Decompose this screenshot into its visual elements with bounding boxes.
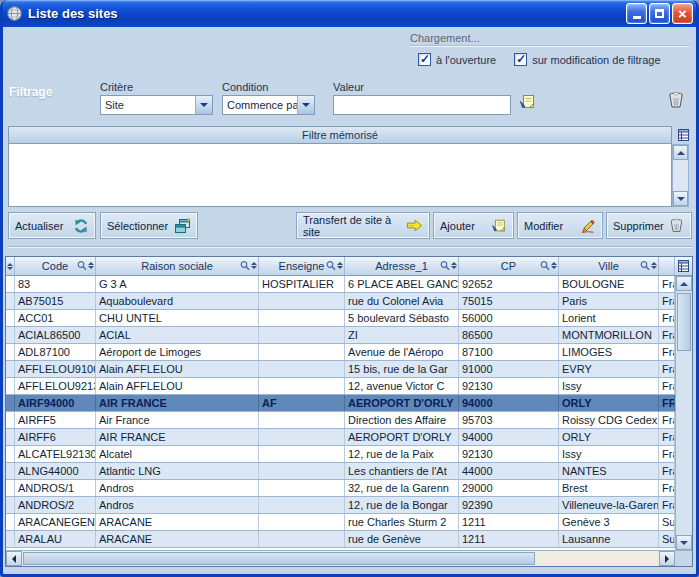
scrollbar-thumb[interactable] — [677, 293, 691, 351]
scroll-left-button[interactable] — [6, 551, 22, 566]
cell-ville: Genève 3 — [559, 514, 659, 530]
header-pays-truncated[interactable] — [659, 257, 675, 275]
scrollbar-thumb[interactable] — [23, 552, 535, 565]
scroll-up-button[interactable] — [673, 145, 688, 160]
cell-raison_sociale: AIR FRANCE — [96, 395, 259, 411]
row-selector-cell — [6, 395, 15, 411]
critere-select[interactable]: Site — [100, 95, 213, 115]
cell-ville: Lausanne — [559, 531, 659, 547]
cell-raison_sociale: ACIAL — [96, 327, 259, 343]
table-row[interactable]: ADL87100Aéroport de LimogesAvenue de l'A… — [6, 344, 675, 361]
row-selector-cell — [6, 429, 15, 445]
search-sort-icons[interactable] — [77, 260, 94, 271]
minimize-button[interactable] — [626, 3, 647, 24]
clear-filter-trash-button[interactable] — [665, 89, 687, 111]
checkbox-box[interactable] — [514, 53, 527, 66]
cell-code: 83 — [15, 276, 96, 292]
table-body: 83G 3 AHOSPITALIER6 PLACE ABEL GANC92652… — [6, 276, 675, 550]
valeur-input[interactable] — [333, 95, 511, 115]
close-button[interactable]: × — [672, 3, 693, 24]
chevron-down-icon — [200, 103, 208, 107]
search-sort-icons[interactable] — [240, 260, 257, 271]
filtre-memorise-header[interactable]: Filtre mémorisé — [8, 126, 672, 144]
condition-dropdown-button[interactable] — [297, 96, 314, 114]
row-selector-cell — [6, 327, 15, 343]
table-row[interactable]: ANDROS/2Andros12, rue de la Bongar92390V… — [6, 497, 675, 514]
header-corner-tool[interactable] — [675, 257, 692, 275]
table-row[interactable]: ARACANEGENARACANErue Charles Sturm 21211… — [6, 514, 675, 531]
titlebar[interactable]: Liste des sites × — [0, 0, 699, 27]
cell-enseigne — [259, 497, 345, 513]
cell-enseigne — [259, 463, 345, 479]
arrow-up-icon — [680, 282, 688, 286]
table-row[interactable]: AIRFF5Air FranceDirection des Affaire957… — [6, 412, 675, 429]
scroll-right-button[interactable] — [659, 551, 675, 566]
scroll-down-button[interactable] — [673, 191, 688, 206]
cell-raison_sociale: G 3 A — [96, 276, 259, 292]
trash-icon — [666, 90, 686, 110]
cell-pays: Suis — [659, 531, 675, 547]
cell-code: AB75015 — [15, 293, 96, 309]
table-row[interactable]: AFFLELOU92130Alain AFFLELOU12, avenue Vi… — [6, 378, 675, 395]
table-row[interactable]: ALCATEL92130Alcatel12, rue de la Paix921… — [6, 446, 675, 463]
table-row[interactable]: AFFLELOU91000Alain AFFLELOU15 bis, rue d… — [6, 361, 675, 378]
search-sort-icons[interactable] — [326, 260, 343, 271]
cell-enseigne — [259, 480, 345, 496]
cell-cp: 75015 — [459, 293, 559, 309]
table-row[interactable]: ANDROS/1Andros32, rue de la Garenn29000B… — [6, 480, 675, 497]
scroll-up-button[interactable] — [676, 276, 692, 291]
cell-pays: Fran — [659, 276, 675, 292]
search-sort-icons[interactable] — [440, 260, 457, 271]
apply-filter-note-button[interactable] — [516, 91, 538, 113]
modifier-button[interactable]: Modifier — [517, 212, 603, 239]
cell-code: ADL87100 — [15, 344, 96, 360]
supprimer-button[interactable]: Supprimer — [606, 212, 692, 239]
ajouter-button[interactable]: Ajouter — [433, 212, 514, 239]
header-label: Adresse_1 — [375, 260, 428, 272]
header-raison-sociale[interactable]: Raison sociale — [96, 257, 259, 275]
actualiser-button[interactable]: Actualiser — [8, 212, 96, 239]
cell-cp: 94000 — [459, 395, 559, 411]
header-code[interactable]: Code — [15, 257, 96, 275]
header-adresse-1[interactable]: Adresse_1 — [345, 257, 459, 275]
header-enseigne[interactable]: Enseigne — [259, 257, 345, 275]
cell-ville: MONTMORILLON — [559, 327, 659, 343]
row-selector-cell — [6, 293, 15, 309]
cell-ville: Roissy CDG Cedex — [559, 412, 659, 428]
transfert-site-button[interactable]: Transfert de site à site — [296, 212, 430, 239]
header-ville[interactable]: Ville — [559, 257, 659, 275]
header-cp[interactable]: CP — [459, 257, 559, 275]
checkbox-box[interactable] — [418, 53, 431, 66]
checkbox-label: à l'ouverture — [436, 54, 496, 66]
table-row[interactable]: AIRF94000AIR FRANCEAFAEROPORT D'ORLY9400… — [6, 395, 675, 412]
filtre-memorise-scrollbar[interactable] — [672, 144, 689, 207]
search-sort-icons[interactable] — [640, 260, 657, 271]
checkbox-sur-modification[interactable]: sur modification de filtrage — [514, 53, 660, 66]
filtre-memorise-list[interactable] — [8, 144, 672, 207]
sort-icon — [651, 262, 657, 269]
table-row[interactable]: AIRFF6AIR FRANCEAEROPORT D'ORLY94000ORLY… — [6, 429, 675, 446]
table-horizontal-scrollbar[interactable] — [6, 550, 675, 566]
table-row[interactable]: 83G 3 AHOSPITALIER6 PLACE ABEL GANC92652… — [6, 276, 675, 293]
table-row[interactable]: ACC01CHU UNTEL5 boulevard Sébasto56000Lo… — [6, 310, 675, 327]
cell-enseigne — [259, 327, 345, 343]
table-row[interactable]: AB75015Aquaboulevardrue du Colonel Avia7… — [6, 293, 675, 310]
cell-adresse_1: AEROPORT D'ORLY — [345, 395, 459, 411]
checkbox-a-louverture[interactable]: à l'ouverture — [418, 53, 496, 66]
header-selector-column[interactable] — [6, 257, 15, 275]
cell-ville: Paris — [559, 293, 659, 309]
cascade-windows-icon — [174, 218, 191, 234]
filtre-memorise-grid-button[interactable] — [675, 126, 692, 143]
critere-dropdown-button[interactable] — [195, 96, 212, 114]
scroll-down-button[interactable] — [676, 535, 692, 550]
condition-select[interactable]: Commence par — [222, 95, 315, 115]
row-selector-cell — [6, 361, 15, 377]
table-row[interactable]: ARALAUARACANErue de Genève1211LausanneSu… — [6, 531, 675, 548]
selectionner-button[interactable]: Sélectionner — [100, 212, 198, 239]
maximize-button[interactable] — [649, 3, 670, 24]
table-row[interactable]: ALNG44000Atlantic LNGLes chantiers de l'… — [6, 463, 675, 480]
table-row[interactable]: ACIAL86500ACIALZI86500MONTMORILLONFran — [6, 327, 675, 344]
search-sort-icons[interactable] — [540, 260, 557, 271]
table-vertical-scrollbar[interactable] — [675, 276, 692, 550]
cell-cp: 86500 — [459, 327, 559, 343]
